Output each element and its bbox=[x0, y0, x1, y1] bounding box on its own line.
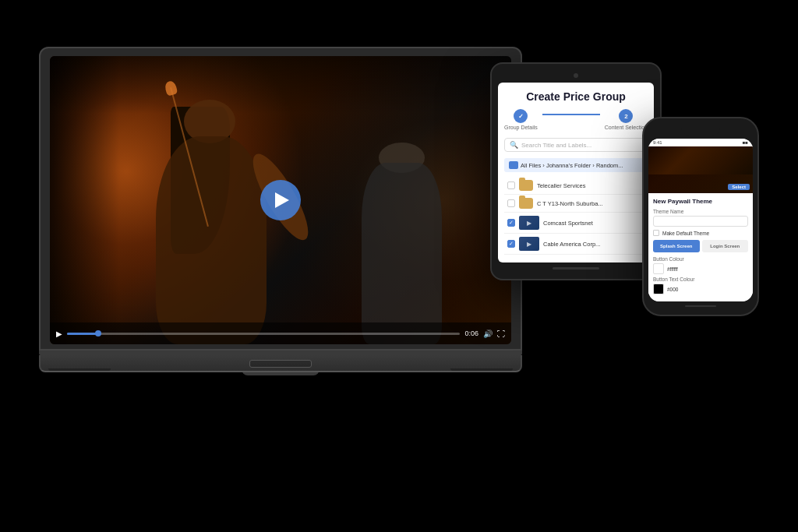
file-2-folder-icon bbox=[519, 198, 533, 209]
time-display: 0:06 bbox=[464, 329, 478, 337]
video-background: ▶ 0:06 🔊 ⛶ bbox=[50, 56, 511, 344]
phone-button-text-colour-value: #000 bbox=[667, 287, 678, 292]
step-connector bbox=[542, 114, 600, 115]
tablet-home-bar bbox=[553, 267, 599, 270]
breadcrumb-row[interactable]: All Files › Johanna's Folder › Random... bbox=[504, 158, 648, 172]
play-triangle-icon bbox=[275, 192, 289, 208]
step-1-circle: ✓ bbox=[514, 109, 528, 123]
laptop-base bbox=[39, 355, 522, 372]
breadcrumb-text: All Files › Johanna's Folder › Random... bbox=[521, 162, 623, 169]
phone-section-title: New Paywall Theme bbox=[653, 198, 748, 205]
file-3-thumbnail bbox=[519, 216, 539, 230]
file-row-2[interactable]: C T Y13-North Suburba... bbox=[504, 195, 648, 213]
phone-video-select-button[interactable]: Select bbox=[728, 184, 750, 190]
breadcrumb-folder-icon bbox=[509, 161, 518, 169]
progress-bar-track[interactable] bbox=[67, 333, 460, 335]
step-2-circle: 2 bbox=[619, 109, 633, 123]
phone-status-bar: 9:41 ■■ bbox=[648, 139, 753, 146]
scene: ▶ 0:06 🔊 ⛶ bbox=[0, 0, 798, 532]
video-play-button[interactable] bbox=[260, 180, 301, 220]
tablet-content: Create Price Group ✓ Group Details bbox=[498, 83, 654, 262]
phone-button-text-colour-row: #000 bbox=[653, 284, 748, 294]
step-2-label: Content Selection bbox=[605, 125, 648, 130]
file-4-thumbnail bbox=[519, 237, 539, 251]
tablet: Create Price Group ✓ Group Details bbox=[490, 62, 662, 280]
bg-musician bbox=[350, 143, 465, 344]
tablet-frame: Create Price Group ✓ Group Details bbox=[490, 62, 662, 280]
file-row-1[interactable]: Telecaller Services bbox=[504, 177, 648, 195]
phone-video-thumbnail[interactable]: Select bbox=[648, 146, 753, 193]
step-1-check-icon: ✓ bbox=[518, 113, 524, 120]
singer-silhouette bbox=[119, 100, 304, 345]
phone-button-colour-swatch[interactable] bbox=[653, 263, 664, 274]
phone-home-indicator bbox=[685, 305, 716, 307]
phone-button-colour-value: #ffffff bbox=[667, 266, 678, 272]
laptop-feet-left bbox=[48, 368, 111, 371]
tablet-screen: Create Price Group ✓ Group Details bbox=[498, 83, 654, 262]
phone-default-checkbox-row: Make Default Theme bbox=[653, 230, 748, 236]
file-list: Telecaller Services C T Y13-North Suburb… bbox=[504, 177, 648, 255]
file-4-name: Cable America Corp... bbox=[543, 241, 644, 248]
phone-screen: 9:41 ■■ Select New Paywall Theme Theme N… bbox=[648, 139, 753, 301]
phone-default-checkbox[interactable] bbox=[653, 230, 659, 236]
progress-dot bbox=[95, 330, 101, 336]
laptop-feet-right bbox=[450, 368, 513, 371]
phone-default-label: Make Default Theme bbox=[662, 231, 709, 236]
file-1-folder-icon bbox=[519, 180, 533, 191]
phone-button-colour-row: #ffffff bbox=[653, 263, 748, 274]
search-icon: 🔍 bbox=[510, 141, 518, 149]
search-placeholder-text: Search Title and Labels... bbox=[521, 142, 642, 149]
stepper-step-2: 2 Content Selection bbox=[605, 109, 648, 130]
step-2-number: 2 bbox=[624, 113, 627, 120]
file-row-4[interactable]: Cable America Corp... bbox=[504, 234, 648, 255]
laptop-trackpad[interactable] bbox=[249, 360, 312, 368]
step-1-label: Group Details bbox=[504, 125, 538, 130]
phone-button-text-colour-label: Button Text Colour bbox=[653, 277, 748, 282]
stepper-row: ✓ Group Details 2 Content Selection bbox=[504, 109, 648, 130]
file-row-3[interactable]: Comcast Sportsnet bbox=[504, 213, 648, 234]
phone-time: 9:41 bbox=[653, 140, 662, 145]
laptop-screen: ▶ 0:06 🔊 ⛶ bbox=[50, 56, 511, 344]
phone-form-area: New Paywall Theme Theme Name Make Defaul… bbox=[648, 193, 753, 301]
stepper-step-1: ✓ Group Details bbox=[504, 109, 538, 130]
progress-bar-fill bbox=[67, 333, 98, 335]
file-2-name: C T Y13-North Suburba... bbox=[537, 200, 644, 207]
search-bar[interactable]: 🔍 Search Title and Labels... bbox=[504, 138, 648, 152]
fullscreen-icon[interactable]: ⛶ bbox=[497, 329, 505, 338]
file-2-checkbox[interactable] bbox=[507, 199, 515, 207]
laptop: ▶ 0:06 🔊 ⛶ bbox=[39, 47, 522, 372]
file-4-checkbox[interactable] bbox=[507, 240, 515, 248]
phone: 9:41 ■■ Select New Paywall Theme Theme N… bbox=[642, 117, 759, 316]
tablet-camera bbox=[574, 73, 578, 78]
phone-frame: 9:41 ■■ Select New Paywall Theme Theme N… bbox=[642, 117, 759, 316]
singer-body bbox=[156, 136, 267, 344]
phone-tab-row: Splash Screen Login Screen bbox=[653, 240, 748, 252]
file-3-checkbox[interactable] bbox=[507, 219, 515, 227]
phone-button-colour-label: Button Colour bbox=[653, 256, 748, 262]
file-1-name: Telecaller Services bbox=[537, 182, 644, 189]
phone-battery: ■■ bbox=[743, 140, 748, 145]
file-3-name: Comcast Sportsnet bbox=[543, 220, 644, 227]
video-controls-bar: ▶ 0:06 🔊 ⛶ bbox=[50, 322, 511, 344]
phone-button-text-colour-swatch[interactable] bbox=[653, 284, 664, 294]
file-1-checkbox[interactable] bbox=[507, 181, 515, 189]
phone-tab-splash[interactable]: Splash Screen bbox=[653, 240, 700, 252]
tablet-page-title: Create Price Group bbox=[504, 90, 648, 103]
laptop-screen-outer: ▶ 0:06 🔊 ⛶ bbox=[39, 47, 522, 351]
controls-play-icon[interactable]: ▶ bbox=[56, 329, 62, 338]
phone-notch bbox=[681, 126, 720, 136]
phone-theme-name-input[interactable] bbox=[653, 216, 748, 227]
phone-tab-login[interactable]: Login Screen bbox=[702, 240, 749, 252]
phone-theme-name-label: Theme Name bbox=[653, 209, 748, 214]
volume-icon[interactable]: 🔊 bbox=[483, 329, 493, 338]
bg-musician-body bbox=[362, 163, 443, 344]
